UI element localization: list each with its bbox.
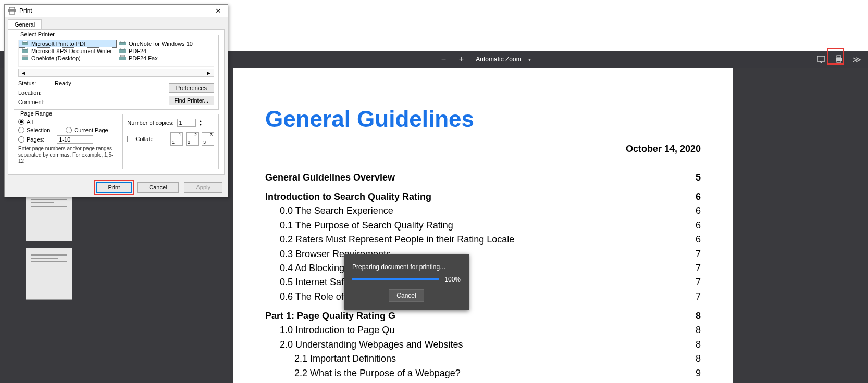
toc-page: 7: [696, 262, 701, 274]
zoom-select[interactable]: Automatic Zoom ▾: [472, 54, 534, 65]
svg-rect-14: [120, 41, 125, 42]
svg-rect-0: [817, 56, 825, 61]
printer-item[interactable]: Microsoft Print to PDF: [19, 40, 116, 47]
radio-current-page[interactable]: [66, 127, 72, 133]
pages-hint: Enter page numbers and/or page ranges se…: [18, 146, 114, 164]
printer-name: PDF24 Fax: [129, 55, 158, 61]
find-printer-button[interactable]: Find Printer...: [169, 96, 214, 105]
progress-percent: 100%: [444, 276, 461, 283]
toc-row[interactable]: 0.3 Browser Requirements7: [265, 247, 701, 261]
progress-bar: [352, 278, 439, 280]
toc-row[interactable]: 0.1 The Purpose of Search Quality Rating…: [265, 219, 701, 233]
toc-row[interactable]: 2.0 Understanding Webpages and Websites8: [265, 338, 701, 352]
document-date: October 14, 2020: [265, 143, 701, 157]
copies-label: Number of copies:: [127, 120, 173, 126]
location-label: Location:: [18, 90, 55, 96]
toc-row[interactable]: General Guidelines Overview5: [265, 171, 701, 185]
svg-rect-6: [9, 11, 15, 14]
toc-page: 8: [696, 353, 701, 365]
toc-page: 6: [696, 220, 701, 232]
print-icon[interactable]: [832, 52, 846, 67]
toc-row[interactable]: 0.6 The Role of Examples in7: [265, 290, 701, 304]
presentation-icon[interactable]: [814, 52, 828, 67]
printer-list[interactable]: Microsoft Print to PDFMicrosoft XPS Docu…: [18, 40, 214, 67]
thumbnail-page-4[interactable]: [26, 248, 72, 300]
print-dialog: Print ✕ General Select Printer Microsoft…: [4, 4, 228, 197]
printer-item[interactable]: Microsoft XPS Document Writer: [19, 47, 116, 55]
radio-pages[interactable]: [18, 136, 24, 143]
printer-name: Microsoft Print to PDF: [31, 41, 88, 47]
printer-item[interactable]: PDF24: [116, 47, 214, 55]
dialog-title: Print: [19, 7, 212, 15]
toc-row[interactable]: 0.4 Ad Blocking Extensions7: [265, 261, 701, 275]
printer-name: OneNote for Windows 10: [129, 41, 193, 47]
svg-rect-15: [119, 49, 126, 53]
toc-row[interactable]: 0.2 Raters Must Represent People in thei…: [265, 233, 701, 247]
svg-rect-13: [119, 42, 126, 45]
toc-row[interactable]: 0.0 The Search Experience6: [265, 204, 701, 218]
printer-name: Microsoft XPS Document Writer: [31, 48, 112, 54]
printer-item[interactable]: OneNote for Windows 10: [116, 40, 214, 47]
toc-text: 0.2 Raters Must Represent People in thei…: [280, 234, 514, 246]
printer-item[interactable]: PDF24 Fax: [116, 55, 214, 62]
close-button[interactable]: ✕: [212, 7, 225, 15]
dialog-tabs: General: [5, 17, 228, 29]
printer-icon: [21, 55, 29, 61]
svg-rect-11: [22, 57, 28, 60]
pages-input[interactable]: [57, 135, 93, 144]
toc-row[interactable]: Introduction to Search Quality Rating6: [265, 190, 701, 204]
scroll-right-icon[interactable]: ►: [206, 70, 212, 76]
spin-up-icon[interactable]: ▲: [199, 119, 203, 123]
svg-rect-1: [837, 56, 841, 58]
toc-page: 8: [696, 310, 701, 322]
apply-button[interactable]: Apply: [184, 182, 222, 193]
collate-checkbox[interactable]: [127, 136, 133, 142]
zoom-out-button[interactable]: −: [436, 52, 451, 67]
radio-selection[interactable]: [18, 127, 24, 133]
page-range-label: Page Range: [18, 110, 54, 117]
toc-page: 5: [696, 172, 701, 184]
opt-pages-label: Pages:: [27, 136, 44, 143]
opt-current-label: Current Page: [74, 127, 108, 133]
copies-input[interactable]: [177, 119, 196, 127]
toc-text: 0.0 The Search Experience: [280, 205, 393, 217]
tab-general[interactable]: General: [8, 19, 42, 29]
spin-down-icon[interactable]: ▼: [199, 123, 203, 126]
svg-rect-8: [23, 41, 27, 42]
printer-name: OneNote (Desktop): [31, 55, 81, 61]
printer-icon: [8, 7, 16, 15]
toc-text: Part 1: Page Quality Rating G: [265, 310, 395, 322]
print-button[interactable]: Print: [96, 182, 132, 193]
preferences-button[interactable]: Preferences: [169, 83, 214, 93]
toc-text: 2.1 Important Definitions: [294, 353, 396, 365]
toc-row[interactable]: Part 1: Page Quality Rating G8: [265, 309, 701, 323]
scroll-left-icon[interactable]: ◄: [21, 70, 26, 76]
thumbnail-page-3[interactable]: [26, 189, 72, 241]
toc-text: Introduction to Search Quality Rating: [265, 191, 431, 203]
toc-row[interactable]: 2.3 Your Money or Your Life (YMYL) Pages…: [265, 380, 701, 383]
toc-row[interactable]: 2.2 What is the Purpose of a Webpage?9: [265, 366, 701, 380]
toc-row[interactable]: 0.5 Internet Safety Information7: [265, 275, 701, 289]
svg-rect-18: [120, 55, 125, 57]
printer-icon: [118, 41, 127, 47]
svg-rect-9: [22, 49, 28, 53]
svg-rect-7: [22, 42, 28, 45]
progress-cancel-button[interactable]: Cancel: [389, 289, 424, 302]
zoom-in-button[interactable]: +: [454, 52, 468, 67]
status-label: Status:: [18, 80, 55, 86]
toc-text: 2.2 What is the Purpose of a Webpage?: [294, 367, 461, 379]
toc-text: 2.0 Understanding Webpages and Websites: [280, 339, 463, 351]
progress-message: Preparing document for printing…: [352, 263, 461, 271]
printer-scrollbar[interactable]: ◄ ►: [18, 69, 214, 77]
document-page: General Guidelines October 14, 2020 Gene…: [233, 68, 733, 383]
printer-icon: [118, 55, 127, 61]
document-title: General Guidelines: [265, 104, 701, 134]
print-progress-dialog: Preparing document for printing… 100% Ca…: [344, 254, 469, 310]
radio-all[interactable]: [18, 119, 24, 125]
tools-icon[interactable]: ≫: [849, 52, 864, 67]
toc-row[interactable]: 1.0 Introduction to Page Qu8: [265, 323, 701, 337]
toc-row[interactable]: 2.1 Important Definitions8: [265, 352, 701, 366]
cancel-button[interactable]: Cancel: [137, 182, 179, 193]
toc-page: 8: [696, 324, 701, 336]
printer-item[interactable]: OneNote (Desktop): [19, 55, 116, 62]
